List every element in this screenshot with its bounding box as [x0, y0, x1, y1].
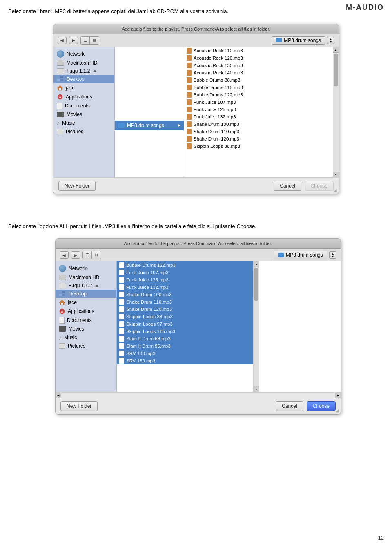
file-item[interactable]: Bubble Drums 88.mp3 [184, 76, 333, 84]
view-buttons: ☰ ⊞ [80, 36, 99, 45]
file-item-selected[interactable]: Skippin Loops 88.mp3 [117, 313, 253, 320]
folder-icon [276, 38, 282, 42]
file-item[interactable]: Shake Drum 110.mp3 [184, 128, 333, 135]
file-item[interactable]: Acoustic Rock 130.mp3 [184, 62, 333, 69]
dialog-1-content: Network Macintosh HD Fugu 1.1.2 ⏏ [53, 47, 339, 178]
file-name: Slam It Drum 68.mp3 [126, 336, 171, 341]
choose-button-1[interactable]: Choose [305, 181, 334, 191]
grid-view-button-2[interactable]: ⊞ [92, 251, 101, 259]
sidebar-item-jace[interactable]: jace [53, 83, 114, 92]
sidebar-item-movies[interactable]: Movies [53, 110, 114, 118]
cancel-button-2[interactable]: Cancel [276, 401, 303, 411]
file-item-selected[interactable]: Slam It Drum 68.mp3 [117, 335, 253, 342]
sidebar-2-item-pictures[interactable]: Pictures [56, 342, 116, 350]
scrollbar-2[interactable]: ▲ ▼ [253, 261, 259, 392]
sidebar-2-item-applications[interactable]: A Applications [56, 307, 116, 316]
folder-icon-2 [278, 253, 284, 257]
sidebar-item-applications[interactable]: A Applications [53, 92, 114, 101]
pictures-icon [57, 129, 63, 134]
sidebar-item-network[interactable]: Network [53, 49, 114, 59]
file-item-selected[interactable]: Skippin Loops 97.mp3 [117, 320, 253, 328]
folder-name-button[interactable]: MP3 drum songs [272, 36, 325, 45]
back-button[interactable]: ◀ [58, 37, 67, 44]
file-item[interactable]: Acoustic Rock 120.mp3 [184, 54, 333, 62]
grid-view-button[interactable]: ⊞ [90, 37, 99, 44]
new-folder-button-2[interactable]: New Folder [60, 401, 98, 411]
dialog-1-footer: New Folder Cancel Choose [53, 178, 339, 194]
music-icon-2: ♪ [59, 334, 62, 341]
scroll-up-arrow[interactable]: ▲ [333, 47, 339, 53]
forward-button-2[interactable]: ▶ [71, 251, 80, 259]
folder-stepper-2[interactable]: ▲ ▼ [329, 251, 336, 259]
file-item-selected[interactable]: SRV 130.mp3 [117, 350, 253, 357]
dialog-2-content: Network Macintosh HD Fugu 1.1.2 ⏏ [56, 261, 341, 392]
file-item[interactable]: Skippin Loops 88.mp3 [184, 143, 333, 150]
sidebar-item-label: Documents [67, 317, 92, 323]
file-name: Funk Juice 107.mp3 [126, 270, 169, 275]
center-folder-item[interactable]: MP3 drum songs ▶ [115, 121, 184, 130]
file-name: Bubble Drums 88.mp3 [194, 78, 240, 83]
mp3-icon [187, 63, 192, 68]
file-item[interactable]: Shake Drum 120.mp3 [184, 135, 333, 143]
sidebar-2-item-movies[interactable]: Movies [56, 325, 116, 333]
sidebar-item-documents[interactable]: Documents [53, 101, 114, 110]
file-item-selected[interactable]: Shake Drum 120.mp3 [117, 306, 253, 313]
file-name: Funk Juice 125.mp3 [126, 277, 169, 282]
file-item-selected[interactable]: Shake Drum 100.mp3 [117, 291, 253, 298]
file-item[interactable]: Acoustic Rock 140.mp3 [184, 69, 333, 76]
sidebar-item-desktop[interactable]: Desktop [53, 75, 114, 83]
dialog-2-sidebar: Network Macintosh HD Fugu 1.1.2 ⏏ [56, 261, 117, 392]
folder-stepper[interactable]: ▲ ▼ [327, 37, 334, 44]
file-item-selected[interactable]: Bubble Drums 122.mp3 [117, 261, 253, 269]
file-item-selected[interactable]: Funk Juice 125.mp3 [117, 276, 253, 284]
svg-rect-5 [61, 303, 63, 305]
sidebar-item-macintosh-hd[interactable]: Macintosh HD [53, 59, 114, 67]
sidebar-item-label: Movies [69, 326, 84, 332]
sidebar-2-item-macintosh-hd[interactable]: Macintosh HD [56, 273, 116, 281]
scroll-down-arrow[interactable]: ▼ [333, 172, 339, 177]
sidebar-2-item-fugu[interactable]: Fugu 1.1.2 ⏏ [56, 281, 116, 290]
back-button-2[interactable]: ◀ [60, 251, 69, 259]
scrollbar-1[interactable]: ▲ ▼ [333, 47, 339, 177]
new-folder-button-1[interactable]: New Folder [58, 181, 96, 191]
file-item-selected[interactable]: Slam It Drum 95.mp3 [117, 342, 253, 350]
selected-file-list: Bubble Drums 122.mp3 Funk Juice 107.mp3 … [117, 261, 259, 392]
resize-corner-1[interactable]: ◢ [334, 188, 337, 192]
choose-button-2[interactable]: Choose [307, 401, 336, 411]
scroll-right-arrow[interactable]: ▶ [335, 393, 341, 398]
scroll-down-arrow-2[interactable]: ▼ [254, 386, 259, 392]
forward-button[interactable]: ▶ [69, 37, 78, 44]
file-item-selected[interactable]: Shake Drum 110.mp3 [117, 298, 253, 306]
file-item[interactable]: Bubble Drums 115.mp3 [184, 84, 333, 91]
list-view-button[interactable]: ☰ [81, 37, 90, 44]
scroll-left-arrow[interactable]: ◀ [56, 393, 61, 398]
file-item-selected[interactable]: Funk Juice 107.mp3 [117, 269, 253, 276]
file-item-selected[interactable]: Skippin Loops 115.mp3 [117, 328, 253, 335]
file-name: Skippin Loops 88.mp3 [126, 314, 173, 319]
sidebar-2-item-jace[interactable]: jace [56, 298, 116, 307]
horizontal-scrollbar-2[interactable]: ◀ ▶ [56, 392, 341, 398]
file-item-selected[interactable]: Funk Juice 132.mp3 [117, 284, 253, 291]
file-item[interactable]: Funk Juice 132.mp3 [184, 113, 333, 121]
svg-text:A: A [61, 310, 63, 313]
mp3-icon-sel [119, 343, 124, 349]
cancel-button-1[interactable]: Cancel [274, 181, 301, 191]
resize-corner-2[interactable]: ◢ [336, 409, 339, 413]
file-item-selected[interactable]: SRV 150.mp3 [117, 357, 253, 364]
file-item[interactable]: Acoustic Rock 110.mp3 [184, 47, 333, 54]
sidebar-2-item-documents[interactable]: Documents [56, 316, 116, 325]
sidebar-item-pictures[interactable]: Pictures [53, 127, 114, 136]
file-item[interactable]: Funk Juice 107.mp3 [184, 98, 333, 106]
file-item[interactable]: Shake Drum 100.mp3 [184, 121, 333, 128]
dialog-2-toolbar: ◀ ▶ ☰ ⊞ MP3 drum songs ▲ ▼ [56, 249, 341, 261]
list-view-button-2[interactable]: ☰ [83, 251, 92, 259]
scroll-up-arrow-2[interactable]: ▲ [254, 261, 259, 267]
folder-name-button-2[interactable]: MP3 drum songs [274, 251, 327, 259]
file-item[interactable]: Funk Juice 125.mp3 [184, 106, 333, 113]
sidebar-2-item-music[interactable]: ♪ Music [56, 333, 116, 342]
sidebar-2-item-network[interactable]: Network [56, 264, 116, 273]
sidebar-item-music[interactable]: ♪ Music [53, 118, 114, 127]
sidebar-item-fugu[interactable]: Fugu 1.1.2 ⏏ [53, 67, 114, 75]
sidebar-2-item-desktop[interactable]: Desktop [56, 290, 116, 298]
file-item[interactable]: Bubble Drums 122.mp3 [184, 91, 333, 98]
